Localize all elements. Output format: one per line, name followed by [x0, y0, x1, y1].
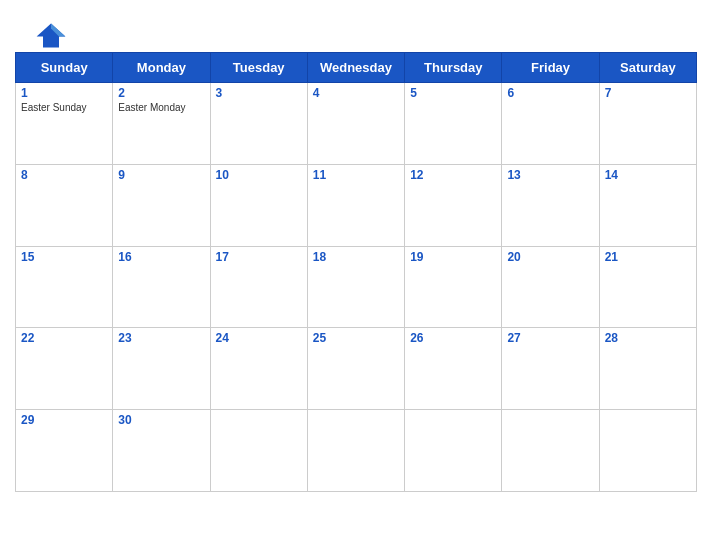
day-header-saturday: Saturday	[599, 53, 696, 83]
day-number: 29	[21, 413, 107, 427]
calendar-cell: 22	[16, 328, 113, 410]
calendar-cell: 10	[210, 164, 307, 246]
calendar-cell: 23	[113, 328, 210, 410]
calendar-cell: 25	[307, 328, 404, 410]
day-number: 10	[216, 168, 302, 182]
day-number: 1	[21, 86, 107, 100]
calendar-cell: 16	[113, 246, 210, 328]
calendar-cell: 6	[502, 83, 599, 165]
day-header-thursday: Thursday	[405, 53, 502, 83]
calendar-cell	[405, 410, 502, 492]
day-number: 16	[118, 250, 204, 264]
day-header-tuesday: Tuesday	[210, 53, 307, 83]
calendar-cell	[210, 410, 307, 492]
day-number: 18	[313, 250, 399, 264]
calendar-cell: 15	[16, 246, 113, 328]
calendar-cell: 1Easter Sunday	[16, 83, 113, 165]
day-number: 26	[410, 331, 496, 345]
day-number: 23	[118, 331, 204, 345]
day-number: 17	[216, 250, 302, 264]
day-number: 2	[118, 86, 204, 100]
day-number: 15	[21, 250, 107, 264]
day-header-sunday: Sunday	[16, 53, 113, 83]
calendar-cell: 14	[599, 164, 696, 246]
calendar-cell: 4	[307, 83, 404, 165]
calendar-cell: 24	[210, 328, 307, 410]
day-number: 14	[605, 168, 691, 182]
day-number: 24	[216, 331, 302, 345]
calendar-cell: 26	[405, 328, 502, 410]
calendar-cell: 3	[210, 83, 307, 165]
calendar-cell: 30	[113, 410, 210, 492]
calendar-cell: 8	[16, 164, 113, 246]
day-number: 19	[410, 250, 496, 264]
day-number: 25	[313, 331, 399, 345]
day-number: 11	[313, 168, 399, 182]
calendar-cell: 20	[502, 246, 599, 328]
day-number: 28	[605, 331, 691, 345]
calendar-cell: 19	[405, 246, 502, 328]
calendar-cell: 29	[16, 410, 113, 492]
calendar-cell: 5	[405, 83, 502, 165]
day-number: 30	[118, 413, 204, 427]
calendar-cell: 27	[502, 328, 599, 410]
day-number: 4	[313, 86, 399, 100]
calendar-cell: 13	[502, 164, 599, 246]
calendar-cell: 21	[599, 246, 696, 328]
calendar-cell: 9	[113, 164, 210, 246]
day-header-friday: Friday	[502, 53, 599, 83]
day-number: 9	[118, 168, 204, 182]
day-number: 7	[605, 86, 691, 100]
calendar-cell: 11	[307, 164, 404, 246]
calendar-cell: 28	[599, 328, 696, 410]
day-number: 21	[605, 250, 691, 264]
calendar-cell: 2Easter Monday	[113, 83, 210, 165]
day-number: 20	[507, 250, 593, 264]
day-number: 5	[410, 86, 496, 100]
day-number: 13	[507, 168, 593, 182]
day-number: 8	[21, 168, 107, 182]
day-number: 3	[216, 86, 302, 100]
calendar-cell: 12	[405, 164, 502, 246]
calendar-cell	[502, 410, 599, 492]
calendar-table: SundayMondayTuesdayWednesdayThursdayFrid…	[15, 52, 697, 492]
holiday-label: Easter Sunday	[21, 102, 107, 114]
calendar-cell	[599, 410, 696, 492]
day-number: 22	[21, 331, 107, 345]
calendar-cell	[307, 410, 404, 492]
logo	[35, 22, 71, 50]
day-header-monday: Monday	[113, 53, 210, 83]
calendar-cell: 7	[599, 83, 696, 165]
day-number: 6	[507, 86, 593, 100]
day-number: 12	[410, 168, 496, 182]
day-number: 27	[507, 331, 593, 345]
day-header-wednesday: Wednesday	[307, 53, 404, 83]
calendar-cell: 17	[210, 246, 307, 328]
calendar-cell: 18	[307, 246, 404, 328]
holiday-label: Easter Monday	[118, 102, 204, 114]
